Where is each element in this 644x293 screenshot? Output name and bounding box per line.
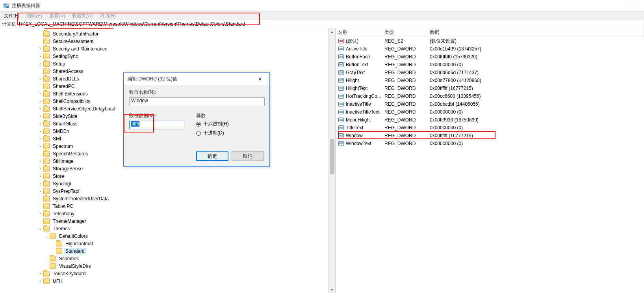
chevron-right-icon[interactable]: › [38, 99, 43, 103]
folder-icon [43, 144, 50, 149]
value-name: WindowText [346, 141, 371, 146]
chevron-right-icon[interactable]: › [38, 77, 43, 81]
tree-item[interactable]: ›UFH [0, 277, 335, 285]
tree-item[interactable]: SystemProtectedUserData [0, 195, 335, 202]
tree-item[interactable]: ›Telephony [0, 210, 335, 217]
chevron-right-icon[interactable]: › [38, 114, 43, 118]
list-row[interactable]: 011GrayTextREG_DWORD0x006d6d6d (7171437) [336, 69, 644, 77]
value-data: 0x00ffffff (16777215) [427, 86, 644, 91]
svg-rect-0 [4, 4, 6, 6]
list-row[interactable]: 011HilightREG_DWORD0x00d77800 (14120960) [336, 77, 644, 84]
value-data: 0x00dbcdbf (14405055) [427, 101, 644, 107]
tree-item[interactable]: ›TouchKeyboard [0, 270, 335, 277]
list-row[interactable]: 011InactiveTitleTextREG_DWORD0x00000000 … [336, 108, 644, 116]
folder-icon [43, 196, 50, 202]
window-title: 注册表编辑器 [12, 2, 40, 9]
tree-item[interactable]: ⌄Themes [0, 225, 335, 232]
folder-icon [43, 188, 50, 194]
list-row[interactable]: 011ButtonFaceREG_DWORD0x00f0f0f0 (157903… [336, 53, 644, 61]
tree-item[interactable]: Schemes [0, 255, 335, 262]
string-value-icon: ab [338, 38, 344, 44]
ok-button[interactable]: 确定 [196, 151, 228, 161]
value-name: ButtonFace [346, 54, 370, 60]
scroll-up-icon[interactable]: ▲ [329, 28, 335, 35]
tree-scrollbar[interactable]: ▲ ▼ [328, 28, 335, 293]
tree-item-label: Themes [51, 226, 71, 232]
folder-icon [43, 31, 50, 37]
tree-item[interactable]: ›Security and Maintenance [0, 45, 335, 52]
list-row[interactable]: 011HotTrackingCo...REG_DWORD0x00cc6600 (… [336, 92, 644, 100]
cancel-button[interactable]: 取消 [232, 151, 264, 161]
list-row[interactable]: 011ButtonTextREG_DWORD0x00000000 (0) [336, 61, 644, 69]
chevron-right-icon[interactable]: › [38, 91, 43, 96]
chevron-right-icon[interactable]: › [38, 159, 43, 163]
chevron-right-icon[interactable]: › [38, 189, 43, 193]
tree-item-label: ShellCompatibility [51, 98, 92, 105]
value-data: 0x00d77800 (14120960) [427, 78, 644, 83]
tree-item-label: SystemProtectedUserData [51, 196, 110, 202]
tree-item[interactable]: ›SettingSync [0, 52, 335, 60]
tree-item[interactable]: ›Store [0, 172, 335, 180]
scrollbar-thumb[interactable] [330, 139, 334, 174]
chevron-right-icon[interactable]: › [38, 279, 43, 283]
tree-item-label: Tablet PC [51, 203, 75, 209]
menu-edit[interactable]: 编辑(E) [25, 12, 44, 20]
tree-item-label: SharedAccess [51, 68, 85, 75]
chevron-right-icon[interactable]: › [38, 54, 43, 58]
svg-rect-1 [6, 4, 9, 6]
chevron-right-icon[interactable]: › [38, 174, 43, 178]
tree-item[interactable]: Tablet PC [0, 202, 335, 210]
tree-item[interactable]: ThemeManager [0, 217, 335, 225]
chevron-right-icon[interactable]: › [38, 271, 43, 276]
tree-item[interactable]: SecondaryAuthFactor [0, 30, 335, 37]
radio-dec[interactable]: 十进制(D) [196, 130, 229, 136]
column-data[interactable]: 数据 [427, 28, 644, 37]
list-row[interactable]: 011TitleTextREG_DWORD0x00000000 (0) [336, 124, 644, 132]
chevron-right-icon[interactable]: › [38, 47, 43, 51]
value-name-input[interactable]: Window [129, 97, 265, 106]
value-data-input[interactable]: ffffff [129, 121, 184, 129]
chevron-right-icon[interactable]: › [38, 106, 43, 111]
menu-help[interactable]: 帮助(H) [98, 12, 117, 20]
chevron-right-icon[interactable]: › [38, 136, 43, 141]
list-row[interactable]: 011ActiveTitleREG_DWORD0x00d1b499 (13743… [336, 45, 644, 53]
tree-item[interactable]: Standard [0, 247, 335, 255]
tree-item[interactable]: SecureAssessment [0, 37, 335, 45]
list-row[interactable]: 011InactiveTitleREG_DWORD0x00dbcdbf (144… [336, 100, 644, 108]
menu-favorites[interactable]: 收藏夹(A) [71, 12, 94, 20]
list-row[interactable]: 011MenuHilightREG_DWORD0x00ff9933 (16750… [336, 116, 644, 124]
tree-item[interactable]: ⌄DefaultColors [0, 232, 335, 240]
tree-item[interactable]: ›Setup [0, 60, 335, 67]
value-data: 0x00000000 (0) [427, 62, 644, 67]
minimize-button[interactable]: ─ [623, 0, 641, 12]
menu-file[interactable]: 文件(F) [2, 12, 21, 20]
chevron-right-icon[interactable]: › [38, 211, 43, 216]
list-row[interactable]: 011WindowREG_DWORD0x00ffffff (16777215) [336, 132, 644, 140]
scroll-down-icon[interactable]: ▼ [329, 286, 335, 293]
value-name: InactiveTitle [346, 101, 371, 107]
list-row[interactable]: ab(默认)REG_SZ(数值未设置) [336, 37, 644, 45]
column-type[interactable]: 类型 [382, 28, 427, 37]
list-row[interactable]: 011WindowTextREG_DWORD0x00000000 (0) [336, 140, 644, 147]
binary-value-icon: 011 [338, 109, 344, 115]
list-row[interactable]: 011HilightTextREG_DWORD0x00ffffff (16777… [336, 84, 644, 92]
value-type: REG_DWORD [382, 125, 427, 131]
tree-item[interactable]: ›SysPrepTapi [0, 187, 335, 195]
chevron-right-icon[interactable]: › [38, 62, 43, 66]
column-name[interactable]: 名称 [336, 28, 382, 37]
chevron-right-icon[interactable]: › [38, 181, 43, 186]
tree-item[interactable]: HighContrast [0, 240, 335, 247]
value-name: TitleText [346, 125, 363, 131]
chevron-down-icon[interactable]: ⌄ [38, 226, 43, 231]
chevron-right-icon[interactable]: › [38, 129, 43, 133]
close-icon[interactable]: ✕ [255, 75, 265, 84]
tree-item[interactable]: ›Syncmgr [0, 180, 335, 187]
chevron-right-icon[interactable]: › [38, 166, 43, 171]
menu-view[interactable]: 查看(V) [48, 12, 67, 20]
chevron-right-icon[interactable]: › [38, 144, 43, 148]
address-path-field[interactable]: HKEY_LOCAL_MACHINE\SOFTWARE\Microsoft\Wi… [18, 20, 644, 28]
chevron-right-icon[interactable]: › [38, 121, 43, 126]
radio-hex[interactable]: 十六进制(H) [196, 121, 229, 127]
chevron-down-icon[interactable]: ⌄ [44, 234, 49, 238]
tree-item[interactable]: VisualStyleDirs [0, 262, 335, 270]
